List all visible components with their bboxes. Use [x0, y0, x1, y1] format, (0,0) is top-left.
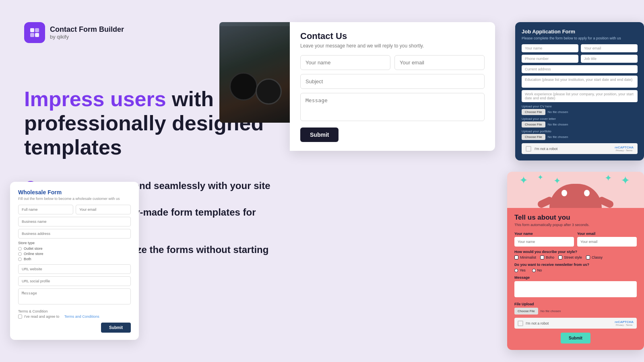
contact-form-image: [219, 22, 290, 123]
job-cover-row: Upload your cover letter Choose File No …: [522, 117, 638, 128]
job-name-field: Your name: [522, 44, 578, 52]
tellus-message-input[interactable]: [514, 281, 637, 297]
tellus-choose-file-btn[interactable]: Choose File: [514, 308, 538, 315]
sparkle-5: ✦: [621, 175, 630, 186]
tellus-file-label: File Upload: [514, 302, 637, 306]
tellus-form-body: Tell us about you This form automaticall…: [507, 208, 644, 350]
tellus-minimalist-label: Minimalist: [520, 255, 536, 259]
tellus-newsletter-label: Do you want to receive newsletter from u…: [514, 263, 637, 267]
job-cv-row: Upload your CV here Choose File No file …: [522, 105, 638, 115]
job-phone-field: Phone number: [522, 55, 578, 63]
contact-form-wrapper: Contact Us Leave your message here and w…: [219, 22, 495, 151]
tellus-street-label: Street style: [564, 255, 582, 259]
job-cv-no-file: No file chosen: [548, 110, 568, 114]
tellus-submit-button[interactable]: Submit: [561, 333, 590, 343]
job-captcha-logo: reCAPTCHA Privacy - Terms: [615, 146, 634, 152]
tellus-name-email-row: Your name Your email: [514, 232, 637, 247]
tellus-captcha-label: I'm not a robot: [526, 321, 549, 325]
tellus-name-group: Your name: [514, 232, 574, 247]
ws-radio-outlet: Outlet store: [18, 247, 131, 251]
tellus-yes-label: Yes: [520, 268, 526, 272]
job-cover-label: Upload your cover letter: [522, 117, 638, 121]
ws-fullname-input[interactable]: [18, 205, 73, 214]
tellus-name-label: Your name: [514, 232, 574, 236]
tellus-newsletter-yes: Yes: [514, 268, 526, 272]
contact-form-panel: Contact Us Leave your message here and w…: [290, 22, 495, 151]
ws-business-input[interactable]: [18, 217, 131, 226]
ws-terms-link[interactable]: Terms and Conditions: [64, 315, 99, 319]
ws-radio-online: Online store: [18, 252, 131, 256]
ws-message-input[interactable]: [18, 288, 131, 304]
job-title-field: Job title: [581, 55, 638, 63]
job-portfolio-no-file: No file chosen: [548, 135, 568, 139]
tellus-minimalist-checkbox[interactable]: [514, 255, 518, 259]
sparkle-3: ✦: [553, 177, 561, 185]
ws-terms-checkbox[interactable]: [18, 315, 22, 319]
monster-eye-left: [561, 190, 567, 196]
tellus-style-options: Minimalist Boho Street style Classy: [514, 255, 637, 259]
tellus-newsletter-no: No: [532, 268, 542, 272]
app-title: Contact Form Builder: [50, 25, 124, 34]
ws-store-type-group: Outlet store Online store Both: [18, 247, 131, 261]
tellus-classy-checkbox[interactable]: [586, 255, 590, 259]
job-form-subtitle: Please complete the form below to apply …: [522, 36, 638, 40]
tellus-deco-area: ✦ ✦ ✦ ✦ ✦: [507, 172, 644, 208]
tellus-street-checkbox[interactable]: [558, 255, 562, 259]
job-cover-choose-btn[interactable]: Choose File: [522, 121, 545, 128]
contact-name-input[interactable]: [300, 55, 390, 70]
tellus-captcha-logo: reCAPTCHA Privacy - Terms: [615, 320, 634, 326]
job-portfolio-choose-btn[interactable]: Choose File: [522, 134, 545, 140]
ws-email-input[interactable]: [76, 205, 131, 214]
ws-radio-online-btn[interactable]: [18, 252, 22, 256]
tellus-email-group: Your email: [577, 232, 637, 247]
tellus-classy-label: Classy: [592, 255, 603, 259]
tellus-email-label: Your email: [577, 232, 637, 236]
tellus-form-preview: ✦ ✦ ✦ ✦ ✦ Tell us about you This form au…: [507, 172, 644, 350]
headline-highlight: Impress users: [24, 87, 166, 111]
ws-submit-button[interactable]: Submit: [101, 323, 131, 333]
job-cv-file-input: Choose File No file chosen: [522, 109, 638, 115]
tellus-captcha-checkbox[interactable]: [518, 321, 523, 326]
ws-terms-text: I've read and agree to: [24, 315, 59, 319]
tellus-message-label: Message: [514, 276, 637, 280]
ws-url-input[interactable]: [18, 264, 131, 274]
svg-rect-3: [35, 33, 39, 37]
tellus-newsletter-options: Yes No: [514, 268, 637, 272]
ws-address-input[interactable]: [18, 229, 131, 239]
contact-submit-button[interactable]: Submit: [300, 128, 339, 142]
tellus-no-radio[interactable]: [532, 269, 536, 272]
ws-radio-both-btn[interactable]: [18, 257, 22, 261]
image-overlay: [219, 26, 290, 123]
tellus-name-input[interactable]: [514, 237, 574, 247]
tellus-yes-radio[interactable]: [514, 269, 518, 272]
job-address-row: Current address: [522, 65, 638, 73]
job-captcha-checkbox[interactable]: [526, 146, 531, 152]
job-cover-file-input: Choose File No file chosen: [522, 121, 638, 128]
svg-rect-1: [35, 28, 39, 32]
tellus-email-input[interactable]: [577, 237, 637, 247]
ws-store-type-label: Store type: [18, 241, 131, 245]
job-phone-title-row: Phone number Job title: [522, 55, 638, 63]
tellus-style-boho: Boho: [540, 255, 554, 259]
contact-subject-input[interactable]: [300, 74, 485, 89]
contact-name-email-row: [300, 55, 485, 70]
contact-message-input[interactable]: [300, 93, 485, 121]
contact-form-subtitle: Leave your message here and we will repl…: [300, 43, 485, 49]
job-cv-choose-btn[interactable]: Choose File: [522, 109, 545, 115]
job-address-field: Current address: [522, 65, 638, 73]
tellus-no-label: No: [537, 268, 542, 272]
job-email-field: Your email: [581, 44, 638, 52]
job-form-preview: Job Application Form Please complete the…: [515, 22, 644, 160]
tellus-boho-checkbox[interactable]: [540, 255, 544, 259]
contact-form-title: Contact Us: [300, 31, 485, 41]
contact-email-input[interactable]: [394, 55, 485, 70]
tellus-subtitle: This form automatically popup after 3 se…: [514, 223, 637, 227]
wholesale-form-preview: Wholesale Form Fill out the form below t…: [10, 182, 139, 340]
ws-social-input[interactable]: [18, 276, 131, 286]
ws-radio-outlet-btn[interactable]: [18, 247, 22, 251]
tellus-style-label: How would you describe your style?: [514, 250, 637, 254]
app-subtitle: by qikify: [50, 34, 124, 40]
tellus-title: Tell us about you: [514, 214, 637, 222]
tellus-file-row: Choose File No file chosen: [514, 308, 637, 315]
monster-body: [549, 184, 602, 208]
